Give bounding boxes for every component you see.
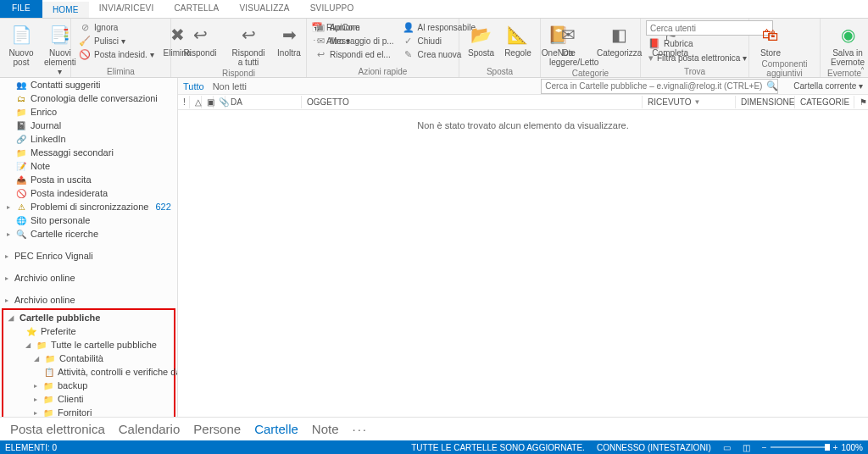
mod-folders[interactable]: Cartelle — [254, 422, 298, 436]
group-addins-label: Componenti aggiuntivi — [754, 59, 815, 79]
quick-msg[interactable]: ✉Messaggio di p... — [312, 34, 397, 47]
public-backup[interactable]: ▸📁backup — [3, 379, 174, 392]
mod-people[interactable]: Persone — [193, 422, 241, 436]
ignore-button[interactable]: ⊘Ignora — [76, 20, 157, 34]
filter-unread[interactable]: Non letti — [213, 81, 247, 91]
quick-reply-delete[interactable]: ↩Rispondi ed el... — [312, 47, 397, 61]
nav-group-pec[interactable]: ▸PEC Enrico Vignali — [0, 249, 177, 263]
public-fornitori[interactable]: ▸📁Fornitori — [3, 406, 174, 417]
rules-button[interactable]: 📐Regole — [501, 20, 535, 59]
ribbon-tabs: FILE HOME INVIA/RICEVI CARTELLA VISUALIZ… — [0, 0, 868, 19]
tab-send-receive[interactable]: INVIA/RICEVI — [89, 0, 164, 18]
zoom-in-icon[interactable]: + — [833, 443, 838, 452]
junk-button[interactable]: 🚫Posta indesid. ▾ — [76, 47, 157, 61]
content-pane: Tutto Non letti 🔍 Cartella corrente ▾ ! … — [178, 78, 868, 417]
status-connection: CONNESSO (INTESTAZIONI) — [597, 443, 711, 452]
tab-home[interactable]: HOME — [42, 0, 89, 18]
ribbon-collapse-icon[interactable]: ˄ — [860, 66, 865, 75]
column-headers: ! △ ▣ 📎 DA OGGETTO RICEVUTO▼ DIMENSIONE … — [178, 95, 868, 110]
mod-calendar[interactable]: Calendario — [119, 422, 181, 436]
mod-more[interactable]: ··· — [353, 422, 369, 436]
view-normal-icon[interactable]: ▭ — [723, 443, 731, 452]
status-bar: ELEMENTI: 0 TUTTE LE CARTELLE SONO AGGIO… — [0, 440, 868, 454]
nav-item-9[interactable]: ▸⚠Problemi di sincronizzazione622 — [0, 200, 177, 213]
group-delete-label: Elimina — [76, 67, 165, 77]
zoom-slider[interactable] — [771, 446, 830, 448]
address-book-button[interactable]: 📕Rubrica — [646, 36, 743, 50]
mod-mail[interactable]: Posta elettronica — [10, 422, 105, 436]
status-items: ELEMENTI: 0 — [5, 443, 57, 452]
col-importance[interactable]: ! — [178, 96, 190, 108]
public-clienti[interactable]: ▸📁Clienti — [3, 392, 174, 406]
nav-item-10[interactable]: 🌐Sito personale — [0, 213, 177, 227]
nav-item-5[interactable]: 📁Messaggi secondari — [0, 146, 177, 159]
col-categories[interactable]: CATEGORIE — [795, 96, 854, 108]
module-bar: Posta elettronica Calendario Persone Car… — [0, 417, 868, 440]
quick-apicom[interactable]: ▣ApiCom — [312, 20, 397, 34]
tab-file[interactable]: FILE — [0, 0, 42, 18]
move-button[interactable]: 📂Sposta — [465, 20, 498, 59]
col-subject[interactable]: OGGETTO — [302, 96, 643, 108]
nav-item-4[interactable]: 🔗LinkedIn — [0, 132, 177, 146]
group-evernote-label: Evernote — [826, 69, 863, 79]
group-move-label: Sposta — [465, 67, 535, 77]
tab-folder[interactable]: CARTELLA — [164, 0, 229, 18]
categorize-button[interactable]: ◧Categorizza — [593, 20, 645, 59]
cleanup-button[interactable]: 🧹Pulisci ▾ — [76, 34, 157, 47]
filter-mail-button[interactable]: ▾Filtra posta elettronica ▾ — [646, 51, 743, 64]
nav-item-2[interactable]: 📁Enrico — [0, 105, 177, 119]
ribbon: 📄Nuovo post 📑Nuovi elementi ▾ Nuovo ⊘Ign… — [0, 19, 868, 78]
read-unread-button[interactable]: ✉Da leggere/Letto — [546, 20, 590, 69]
col-received[interactable]: RICEVUTO▼ — [643, 96, 736, 108]
public-contabilita[interactable]: ◢📁Contabilità — [3, 352, 174, 365]
reply-button[interactable]: ↩Rispondi — [176, 20, 224, 59]
group-respond-label: Rispondi — [176, 69, 301, 79]
nav-item-0[interactable]: 👥Contatti suggeriti — [0, 78, 177, 91]
col-reminder[interactable]: △ — [190, 96, 202, 108]
nav-item-11[interactable]: ▸🔍Cartelle ricerche — [0, 227, 177, 241]
filter-all[interactable]: Tutto — [183, 81, 204, 91]
col-attach[interactable]: 📎 — [214, 96, 225, 108]
nav-item-1[interactable]: 🗂Cronologia delle conversazioni — [0, 91, 177, 105]
new-post-button[interactable]: 📄Nuovo post — [5, 20, 37, 69]
store-button[interactable]: 🛍Store — [754, 20, 787, 59]
evernote-button[interactable]: ◉Salva in Evernote — [826, 20, 868, 69]
col-flag[interactable]: ⚑ — [854, 96, 868, 108]
search-icon[interactable]: 🔍 — [766, 80, 778, 91]
tab-developer[interactable]: SVILUPPO — [300, 0, 364, 18]
group-find-label: Trova — [646, 67, 743, 77]
nav-item-8[interactable]: 🚫Posta indesiderata — [0, 186, 177, 200]
view-reading-icon[interactable]: ◫ — [743, 443, 750, 452]
nav-group-archive2[interactable]: ▸Archivio online — [0, 293, 177, 307]
mod-notes[interactable]: Note — [312, 422, 339, 436]
reply-all-button[interactable]: ↩Rispondi a tutti — [227, 20, 270, 69]
group-tags-label: Categorie — [546, 69, 635, 79]
col-from[interactable]: DA — [225, 96, 302, 108]
public-folders-root[interactable]: ◢Cartelle pubbliche — [3, 311, 174, 324]
status-sync: TUTTE LE CARTELLE SONO AGGIORNATE. — [411, 443, 585, 452]
public-favorites[interactable]: ⭐Preferite — [3, 324, 174, 338]
folder-nav: 👥Contatti suggeriti🗂Cronologia delle con… — [0, 78, 178, 417]
zoom-level: 100% — [841, 443, 863, 452]
search-scope[interactable]: Cartella corrente ▾ — [793, 81, 863, 91]
col-icon[interactable]: ▣ — [202, 96, 214, 108]
nav-group-archive1[interactable]: ▸Archivio online — [0, 271, 177, 285]
group-quick-label: Azioni rapide — [312, 67, 453, 77]
tab-view[interactable]: VISUALIZZA — [229, 0, 299, 18]
zoom-out-icon[interactable]: − — [762, 443, 767, 452]
public-task[interactable]: 📋Attività, controlli e verifiche da fare — [3, 365, 174, 379]
nav-item-3[interactable]: 📓Journal — [0, 119, 177, 132]
nav-item-6[interactable]: 📝Note — [0, 159, 177, 173]
forward-button[interactable]: ➡Inoltra — [273, 20, 305, 59]
nav-item-7[interactable]: 📤Posta in uscita — [0, 173, 177, 186]
public-all[interactable]: ◢📁Tutte le cartelle pubbliche — [3, 338, 174, 352]
col-size[interactable]: DIMENSIONE — [736, 96, 795, 108]
public-folders-highlight: ◢Cartelle pubbliche ⭐Preferite ◢📁Tutte l… — [2, 308, 175, 417]
search-input[interactable] — [541, 79, 778, 94]
empty-message: Non è stato trovato alcun elemento da vi… — [178, 110, 868, 141]
